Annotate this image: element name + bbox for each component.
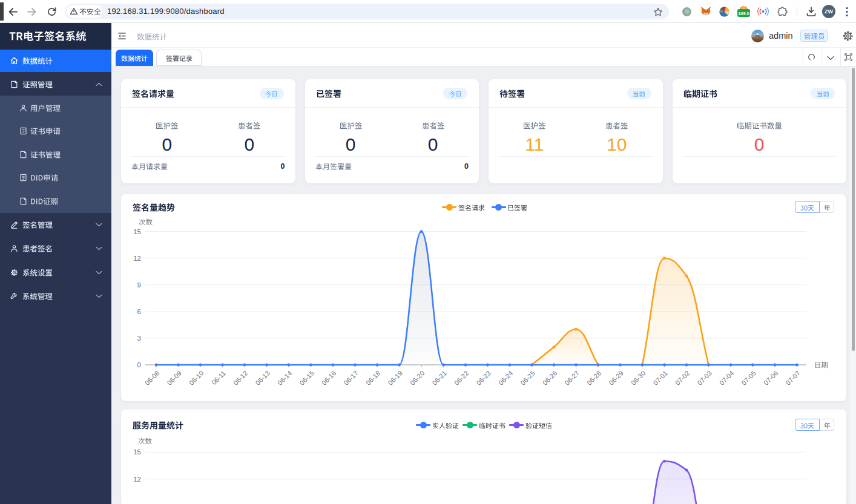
- svg-text:15: 15: [133, 228, 141, 235]
- svg-text:06-19: 06-19: [387, 369, 404, 386]
- svg-text:06-29: 06-29: [608, 369, 625, 386]
- svg-text:12: 12: [133, 255, 141, 262]
- svg-text:06-23: 06-23: [475, 369, 492, 386]
- svg-text:07-02: 07-02: [674, 369, 691, 386]
- svg-text:9: 9: [137, 281, 141, 289]
- svg-text:07-01: 07-01: [652, 369, 669, 386]
- svg-text:06-18: 06-18: [364, 369, 381, 386]
- svg-text:06-12: 06-12: [232, 369, 249, 386]
- svg-text:06-21: 06-21: [431, 369, 448, 386]
- svg-text:07-03: 07-03: [696, 369, 713, 386]
- svg-text:3: 3: [137, 335, 141, 342]
- svg-text:07-06: 07-06: [762, 369, 779, 386]
- svg-text:12: 12: [133, 476, 141, 483]
- svg-text:0: 0: [137, 361, 141, 368]
- svg-text:06-15: 06-15: [298, 369, 315, 386]
- svg-text:15: 15: [133, 448, 141, 456]
- svg-text:06-24: 06-24: [497, 369, 514, 386]
- svg-text:06-16: 06-16: [320, 369, 337, 386]
- svg-text:06-09: 06-09: [166, 369, 183, 386]
- svg-text:06-10: 06-10: [188, 369, 205, 386]
- svg-text:06-28: 06-28: [585, 369, 602, 386]
- svg-text:06-22: 06-22: [453, 369, 470, 386]
- svg-text:06-08: 06-08: [143, 369, 160, 386]
- svg-text:07-05: 07-05: [740, 369, 757, 386]
- svg-text:06-25: 06-25: [519, 369, 536, 386]
- svg-text:06-27: 06-27: [564, 369, 581, 386]
- svg-text:6: 6: [137, 308, 141, 315]
- svg-text:109.0: 109.0: [738, 11, 749, 16]
- svg-text:07-07: 07-07: [785, 369, 802, 386]
- svg-text:06-17: 06-17: [343, 369, 360, 386]
- svg-text:06-26: 06-26: [541, 369, 558, 386]
- svg-text:06-13: 06-13: [254, 369, 271, 386]
- svg-text:06-11: 06-11: [210, 369, 227, 386]
- svg-text:06-14: 06-14: [276, 369, 293, 386]
- svg-text:06-30: 06-30: [630, 369, 647, 386]
- svg-text:06-20: 06-20: [409, 369, 426, 386]
- svg-text:07-04: 07-04: [718, 369, 735, 386]
